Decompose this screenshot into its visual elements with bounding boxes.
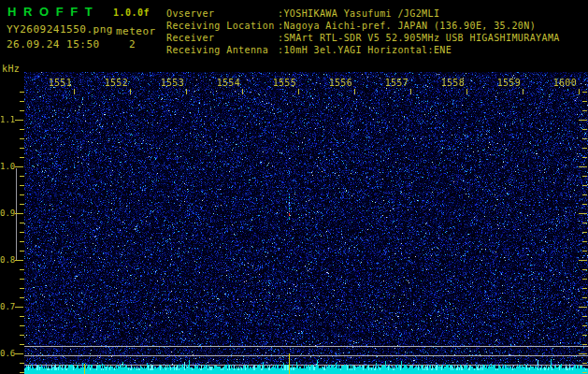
y-major-tick — [579, 307, 587, 308]
y-minor-tick — [20, 325, 24, 326]
y-major-tick — [15, 353, 23, 354]
y-minor-tick — [20, 279, 24, 280]
y-minor-tick — [582, 241, 587, 242]
info-row-label: Receiver — [166, 33, 278, 43]
info-row: Receiving Location:Nagoya Aichi-pref. JA… — [166, 21, 560, 33]
y-minor-tick — [582, 325, 587, 326]
time-tick — [298, 89, 299, 94]
app-version: 1.0.0f — [113, 7, 150, 18]
time-label: 1551 — [36, 78, 72, 88]
time-label: 1552 — [93, 78, 128, 88]
y-major-tick — [579, 213, 587, 214]
y-minor-tick — [582, 110, 587, 111]
info-row-label: Receiving Antenna — [166, 45, 278, 55]
y-minor-tick — [582, 251, 587, 252]
y-minor-tick — [582, 232, 587, 233]
info-row-label: Receiving Location — [166, 21, 278, 31]
y-minor-tick — [582, 157, 587, 158]
y-minor-tick — [582, 129, 587, 130]
y-minor-tick — [582, 194, 587, 195]
time-label: 1557 — [373, 78, 409, 88]
y-axis-unit-label: kHz — [2, 64, 20, 74]
y-axis-label: 0.7 — [0, 302, 14, 311]
y-minor-tick — [20, 241, 24, 242]
y-minor-tick — [582, 148, 587, 149]
info-row: Ovserver:YOSHIKAWA Yasufumi /JG2MLI — [166, 8, 560, 21]
y-minor-tick — [582, 335, 587, 336]
y-minor-tick — [582, 269, 587, 270]
meteor-count: 2 — [129, 39, 136, 50]
y-minor-tick — [20, 288, 24, 289]
y-minor-tick — [20, 176, 24, 177]
y-minor-tick — [582, 363, 587, 364]
time-label: 1559 — [485, 78, 521, 88]
time-label: 1555 — [261, 78, 296, 88]
y-minor-tick — [582, 101, 587, 102]
y-minor-tick — [20, 138, 24, 139]
y-minor-tick — [20, 92, 24, 93]
y-minor-tick — [20, 335, 24, 336]
y-minor-tick — [20, 110, 24, 111]
time-tick — [186, 89, 187, 94]
info-row-value: :10mH 3el.YAGI Horizontal:ENE — [278, 45, 452, 55]
time-tick — [466, 89, 467, 94]
y-minor-tick — [20, 363, 24, 364]
y-minor-tick — [20, 316, 24, 317]
y-minor-tick — [20, 223, 24, 223]
y-minor-tick — [20, 232, 24, 233]
y-minor-tick — [20, 148, 24, 149]
y-minor-tick — [20, 251, 24, 252]
y-minor-tick — [582, 297, 587, 298]
time-label: 1558 — [429, 78, 465, 88]
y-minor-tick — [20, 101, 24, 102]
y-minor-tick — [20, 204, 24, 205]
y-axis-label: 0.8 — [0, 255, 14, 265]
y-minor-tick — [20, 157, 24, 158]
output-filename: YY2609241550.png — [7, 24, 113, 36]
y-major-tick — [15, 307, 23, 308]
time-label: 1554 — [205, 78, 240, 88]
y-minor-tick — [20, 269, 24, 270]
y-major-tick — [15, 166, 23, 167]
app-title: H R O F F T — [7, 5, 94, 19]
time-label: 1556 — [317, 78, 352, 88]
y-axis-label: 1.0 — [0, 162, 14, 171]
time-tick — [74, 89, 75, 94]
y-minor-tick — [20, 372, 24, 373]
y-minor-tick — [20, 129, 24, 130]
y-major-tick — [15, 213, 23, 214]
y-minor-tick — [582, 279, 587, 280]
y-minor-tick — [582, 344, 587, 345]
y-major-tick — [579, 353, 587, 354]
y-minor-tick — [582, 223, 587, 223]
y-axis-label: 0.9 — [0, 209, 14, 218]
y-minor-tick — [582, 92, 587, 93]
y-major-tick — [15, 260, 23, 261]
y-major-tick — [579, 166, 587, 167]
time-tick — [410, 89, 411, 94]
y-minor-tick — [20, 297, 24, 298]
y-minor-tick — [582, 288, 587, 289]
info-row-value: :Nagoya Aichi-pref. JAPAN (136.90E, 35.2… — [278, 21, 536, 31]
time-label: 1600 — [541, 78, 577, 88]
time-tick — [523, 89, 523, 94]
y-minor-tick — [20, 344, 24, 345]
y-minor-tick — [582, 138, 587, 139]
info-row-value: :YOSHIKAWA Yasufumi /JG2MLI — [278, 8, 439, 19]
time-tick — [354, 89, 355, 94]
hrofft-spectrogram-screen: H R O F F T 1.0.0f YY2609241550.png mete… — [0, 0, 588, 374]
y-major-tick — [15, 120, 23, 121]
y-minor-tick — [582, 372, 587, 373]
calibration-bar — [16, 168, 17, 260]
mode-label: meteor — [116, 26, 156, 37]
time-tick — [130, 89, 131, 94]
time-tick — [579, 89, 580, 94]
info-row-value: :SMArt RTL-SDR V5 52.905MHz USB HIGASHIM… — [278, 33, 560, 43]
info-row: Receiving Antenna:10mH 3el.YAGI Horizont… — [166, 45, 560, 57]
info-row: Receiver:SMArt RTL-SDR V5 52.905MHz USB … — [166, 33, 560, 45]
y-axis-label: 1.1 — [0, 115, 14, 124]
station-info-block: Ovserver:YOSHIKAWA Yasufumi /JG2MLIRecei… — [166, 8, 560, 57]
time-label: 1553 — [149, 78, 184, 88]
y-axis-label: 0.6 — [0, 349, 14, 358]
time-tick — [242, 89, 243, 94]
